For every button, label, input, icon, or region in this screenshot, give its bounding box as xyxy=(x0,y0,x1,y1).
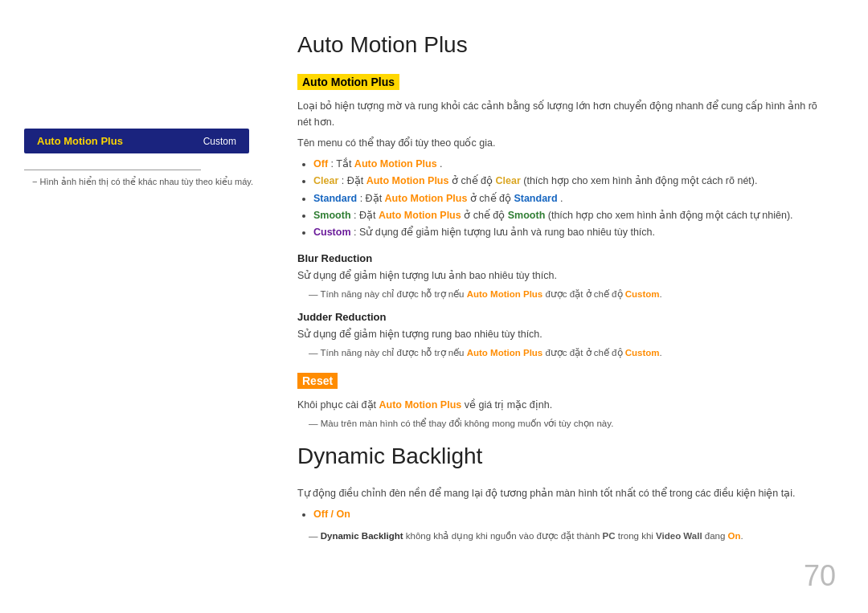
section2-text: Tự động điều chỉnh đèn nền để mang lại đ… xyxy=(297,485,828,501)
bullet-label-off: Off xyxy=(313,158,328,170)
sidebar: Auto Motion Plus Custom Hình ảnh hiển th… xyxy=(0,0,273,613)
judder-reduction-text: Sử dụng để giảm hiện tượng rung bao nhiê… xyxy=(297,326,828,342)
bullet-label-clear: Clear xyxy=(313,175,338,186)
sidebar-item-label: Auto Motion Plus xyxy=(37,135,123,147)
main-content: Auto Motion Plus Auto Motion Plus Loại b… xyxy=(273,0,868,613)
blur-reduction-text: Sử dụng để giảm hiện tượng lưu ảnh bao n… xyxy=(297,268,828,284)
section1-bullet-list: Off : Tắt Auto Motion Plus . Clear : Đặt… xyxy=(313,156,828,241)
list-item: Clear : Đặt Auto Motion Plus ở chế độ Cl… xyxy=(313,173,828,190)
section1-highlighted-label: Auto Motion Plus xyxy=(297,74,399,90)
bullet-amp-off: Auto Motion Plus xyxy=(354,158,437,170)
blur-reduction-title: Blur Reduction xyxy=(297,252,828,264)
section1-intro2: Tên menu có thể thay đổi tùy theo quốc g… xyxy=(297,135,828,151)
list-item: Smooth : Đặt Auto Motion Plus ở chế độ S… xyxy=(313,207,828,224)
judder-reduction-note: Tính năng này chỉ được hỗ trợ nếu Auto M… xyxy=(297,347,828,358)
section2-bullet-list: Off / On xyxy=(313,506,828,523)
off-on-label: Off / On xyxy=(313,509,350,520)
section1-title: Auto Motion Plus xyxy=(297,32,828,58)
section1-intro1: Loại bỏ hiện tượng mờ và rung khỏi các c… xyxy=(297,98,828,130)
list-item: Custom : Sử dụng để giảm hiện tượng lưu … xyxy=(313,224,828,241)
bullet-text-off: : Tắt xyxy=(331,158,354,170)
sidebar-menu-item[interactable]: Auto Motion Plus Custom xyxy=(24,129,249,153)
page-number: 70 xyxy=(804,559,836,593)
list-item: Standard : Đặt Auto Motion Plus ở chế độ… xyxy=(313,190,828,207)
blur-reduction-note: Tính năng này chỉ được hỗ trợ nếu Auto M… xyxy=(297,288,828,300)
reset-note: Màu trên màn hình có thể thay đổi không … xyxy=(297,418,828,429)
list-item: Off : Tắt Auto Motion Plus . xyxy=(313,156,828,173)
reset-label: Reset xyxy=(297,373,338,389)
sidebar-item-value: Custom xyxy=(203,136,236,147)
sidebar-note: Hình ảnh hiển thị có thể khác nhau tùy t… xyxy=(24,177,253,187)
reset-text: Khôi phục cài đặt Auto Motion Plus về gi… xyxy=(297,397,828,413)
list-item: Off / On xyxy=(313,506,828,523)
sidebar-divider xyxy=(24,170,201,170)
section2-note: Dynamic Backlight không khả dụng khi ngu… xyxy=(297,530,828,541)
judder-reduction-title: Judder Reduction xyxy=(297,311,828,323)
section2-title: Dynamic Backlight xyxy=(297,443,828,469)
